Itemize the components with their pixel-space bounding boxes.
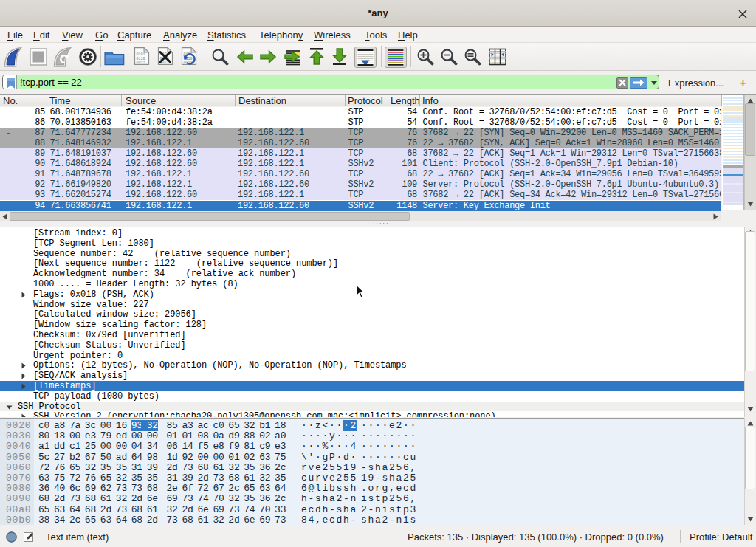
svg-text:0011: 0011 [137, 61, 145, 65]
